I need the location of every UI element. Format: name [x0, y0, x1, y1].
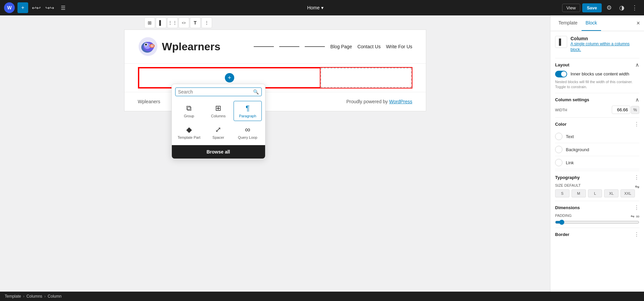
browse-all-button[interactable]: Browse all	[172, 145, 265, 159]
breadcrumb-column[interactable]: Column	[48, 294, 61, 299]
border-more-button[interactable]: ⋮	[634, 231, 639, 238]
typography-more-button[interactable]: ⋮	[634, 174, 639, 181]
column-block-icon: ▌	[555, 36, 567, 48]
block-info-text: Column A single column within a columns …	[571, 36, 639, 53]
block-item-paragraph[interactable]: ¶ Paragraph	[234, 101, 261, 121]
width-input[interactable]	[612, 106, 630, 114]
settings-button[interactable]: ⚙	[604, 2, 614, 13]
nav-blog-page[interactable]: Blog Page	[330, 44, 352, 49]
size-btn-xxl[interactable]: XXL	[621, 189, 635, 197]
more-block-options[interactable]: ⋮	[201, 17, 212, 28]
dimensions-more-button[interactable]: ⋮	[634, 204, 639, 211]
size-btn-xl[interactable]: XL	[604, 189, 618, 197]
nav-separator-2	[279, 46, 299, 47]
link-color-swatch[interactable]	[555, 159, 562, 166]
size-reset-icon[interactable]: ⇋	[635, 183, 639, 190]
border-title: Border	[555, 232, 569, 237]
section-typography: Typography ⋮	[555, 171, 639, 183]
nav-write-for-us[interactable]: Write For Us	[386, 44, 412, 49]
panel-body: ▌ Column A single column within a column…	[550, 31, 644, 292]
group-icon: ⧉	[186, 104, 192, 113]
block-info-title: Column	[571, 36, 639, 41]
column-right[interactable]	[320, 68, 411, 88]
block-label-template-part: Template Part	[178, 135, 200, 139]
page-dropdown[interactable]: Home ▾	[307, 5, 323, 10]
breadcrumb-bar: Template › Columns › Column	[0, 292, 644, 301]
section-column-settings: Column settings ∧	[555, 93, 639, 106]
panel-close-button[interactable]: ×	[636, 20, 640, 27]
column-settings-title: Column settings	[555, 97, 589, 102]
color-more-button[interactable]: ⋮	[634, 121, 639, 127]
undo-button[interactable]: ↩	[31, 2, 42, 13]
column-settings-toggle[interactable]: ∧	[635, 97, 639, 103]
block-item-template-part[interactable]: ◆ Template Part	[175, 122, 203, 142]
layout-toggle-button[interactable]: ∧	[635, 62, 639, 68]
size-buttons-row: S M L XL XXL	[555, 189, 635, 197]
code-editor-button[interactable]: <>	[179, 17, 189, 28]
add-block-button[interactable]: +	[17, 2, 28, 13]
chevron-down-icon: ▾	[321, 5, 324, 10]
footer-wordpress-link[interactable]: WordPress	[389, 99, 412, 104]
color-option-text: Text	[555, 130, 639, 143]
top-bar-left: W + ↩ ↪ ☰	[4, 2, 68, 13]
breadcrumb-template[interactable]: Template	[5, 294, 21, 299]
block-label-query-loop: Query Loop	[238, 135, 257, 139]
top-bar: W + ↩ ↪ ☰ Home ▾ View Save ⚙ ◑ ⋮	[0, 0, 644, 15]
block-search-input[interactable]	[178, 89, 253, 95]
background-color-label: Background	[566, 147, 589, 152]
color-option-background: Background	[555, 143, 639, 156]
list-view-button[interactable]: ☰	[58, 2, 68, 13]
block-label-paragraph: Paragraph	[239, 114, 256, 118]
top-bar-right: View Save ⚙ ◑ ⋮	[562, 2, 640, 13]
text-color-label: Text	[566, 134, 574, 139]
size-btn-s[interactable]: S	[555, 189, 569, 197]
add-block-plus[interactable]: +	[225, 73, 234, 82]
typography-button[interactable]: T	[190, 17, 201, 28]
columns-block-button[interactable]: ⊞	[144, 17, 155, 28]
text-color-swatch[interactable]	[555, 133, 562, 140]
block-item-spacer[interactable]: ⤢ Spacer	[204, 122, 232, 142]
columns-section: + 🔍 ⧉ Group	[131, 67, 419, 88]
redo-button[interactable]: ↪	[44, 2, 55, 13]
drag-handle-button[interactable]: ⋮⋮	[167, 17, 178, 28]
block-info: ▌ Column A single column within a column…	[555, 36, 639, 53]
section-dimensions: Dimensions ⋮	[555, 201, 639, 214]
section-layout-title: Layout	[555, 62, 569, 67]
inner-blocks-toggle[interactable]	[555, 71, 567, 77]
block-search-row: 🔍	[175, 87, 262, 96]
block-info-desc[interactable]: A single column within a columns block.	[571, 41, 639, 53]
dimensions-title: Dimensions	[555, 205, 580, 210]
wp-logo[interactable]: W	[4, 2, 15, 13]
panel-header: Template Block ×	[550, 15, 644, 31]
more-options-button[interactable]: ⋮	[629, 2, 640, 13]
save-button[interactable]: Save	[582, 3, 602, 12]
block-item-group[interactable]: ⧉ Group	[175, 101, 203, 121]
breadcrumb-columns[interactable]: Columns	[27, 294, 42, 299]
inner-blocks-label: Inner blocks use content width	[571, 71, 629, 76]
inner-blocks-sublabel: Nested blocks will fill the width of thi…	[555, 79, 639, 90]
nav-contact-us[interactable]: Contact Us	[357, 44, 381, 49]
size-btn-m[interactable]: M	[572, 189, 586, 197]
width-setting-row: WIDTH %	[555, 106, 639, 114]
theme-toggle-button[interactable]: ◑	[616, 2, 627, 13]
size-btn-l[interactable]: L	[588, 189, 602, 197]
block-item-query-loop[interactable]: ∞ Query Loop	[234, 122, 261, 142]
width-label: WIDTH	[555, 108, 567, 112]
padding-slider[interactable]	[555, 220, 639, 225]
tab-template[interactable]: Template	[554, 15, 582, 31]
inner-blocks-toggle-row: Inner blocks use content width	[555, 71, 639, 77]
tab-block[interactable]: Block	[582, 15, 601, 31]
unit-percent[interactable]: %	[631, 106, 639, 114]
block-label-columns: Columns	[211, 114, 226, 118]
canvas-area: ⊞ ▌ ⋮⋮ <> T ⋮	[0, 15, 550, 292]
block-toolbar: ⊞ ▌ ⋮⋮ <> T ⋮	[124, 15, 426, 29]
site-footer: Wpleaners Proudly powered by WordPress	[125, 92, 426, 111]
background-color-swatch[interactable]	[555, 146, 562, 153]
block-item-columns[interactable]: ⊞ Columns	[204, 101, 232, 121]
view-button[interactable]: View	[562, 4, 580, 12]
top-bar-center: Home ▾	[307, 5, 323, 10]
padding-link-icon[interactable]: ⇋ ∞	[631, 214, 639, 219]
site-nav: Blog Page Contact Us Write For Us	[254, 44, 412, 49]
half-col-button[interactable]: ▌	[156, 17, 166, 28]
footer-right-text: Proudly powered by WordPress	[346, 99, 412, 104]
